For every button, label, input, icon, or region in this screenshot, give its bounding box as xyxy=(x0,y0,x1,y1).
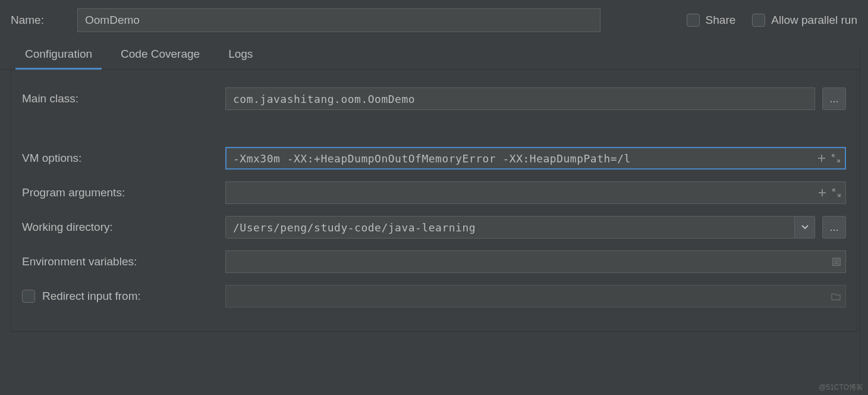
row-program-arguments: Program arguments: xyxy=(22,181,846,204)
tab-configuration[interactable]: Configuration xyxy=(11,40,106,69)
redirect-input-checkbox[interactable] xyxy=(22,290,35,303)
tab-code-coverage[interactable]: Code Coverage xyxy=(106,40,214,69)
working-directory-label: Working directory: xyxy=(22,221,218,234)
chevron-down-icon xyxy=(801,225,809,230)
main-class-input[interactable]: com.javashitang.oom.OomDemo xyxy=(225,87,815,110)
working-directory-input[interactable]: /Users/peng/study-code/java-learning xyxy=(225,216,795,239)
ellipsis-icon: ... xyxy=(829,221,838,234)
allow-parallel-checkbox[interactable]: Allow parallel run xyxy=(752,14,857,27)
checkbox-icon xyxy=(752,14,765,27)
name-label: Name: xyxy=(11,14,64,27)
name-input[interactable] xyxy=(77,8,600,32)
scrollbar[interactable] xyxy=(860,50,868,395)
vm-options-label: VM options: xyxy=(22,152,218,165)
plus-icon[interactable] xyxy=(818,189,826,197)
ellipsis-icon: ... xyxy=(829,93,838,105)
allow-parallel-label: Allow parallel run xyxy=(771,14,857,27)
working-directory-dropdown[interactable] xyxy=(795,216,815,239)
main-class-browse-button[interactable]: ... xyxy=(822,87,846,110)
plus-icon[interactable] xyxy=(817,154,826,162)
redirect-input-label: Redirect input from: xyxy=(42,290,141,303)
header-options: Share Allow parallel run xyxy=(687,14,857,27)
folder-icon[interactable] xyxy=(831,292,841,300)
program-arguments-input[interactable] xyxy=(225,181,846,204)
configuration-panel: Main class: com.javashitang.oom.OomDemo … xyxy=(11,70,857,332)
program-arguments-label: Program arguments: xyxy=(22,186,218,199)
row-working-directory: Working directory: /Users/peng/study-cod… xyxy=(22,216,846,239)
environment-variables-input[interactable] xyxy=(225,250,846,273)
vm-options-input[interactable]: -Xmx30m -XX:+HeapDumpOnOutOfMemoryError … xyxy=(225,147,846,170)
share-checkbox[interactable]: Share xyxy=(687,14,736,27)
row-environment-variables: Environment variables: xyxy=(22,250,846,273)
share-label: Share xyxy=(706,14,736,27)
watermark: @51CTO博客 xyxy=(819,383,863,393)
redirect-input-field[interactable] xyxy=(225,285,846,308)
expand-icon[interactable] xyxy=(832,189,841,197)
main-class-label: Main class: xyxy=(22,92,218,105)
row-main-class: Main class: com.javashitang.oom.OomDemo … xyxy=(22,87,846,110)
expand-icon[interactable] xyxy=(832,154,840,162)
tab-logs[interactable]: Logs xyxy=(214,40,267,69)
tab-bar: Configuration Code Coverage Logs xyxy=(0,38,868,70)
row-redirect-input: Redirect input from: xyxy=(22,285,846,308)
list-icon[interactable] xyxy=(832,258,841,266)
checkbox-icon xyxy=(687,14,700,27)
environment-variables-label: Environment variables: xyxy=(22,255,218,268)
header-row: Name: Share Allow parallel run xyxy=(0,0,868,38)
working-directory-browse-button[interactable]: ... xyxy=(822,216,846,239)
row-vm-options: VM options: -Xmx30m -XX:+HeapDumpOnOutOf… xyxy=(22,147,846,170)
